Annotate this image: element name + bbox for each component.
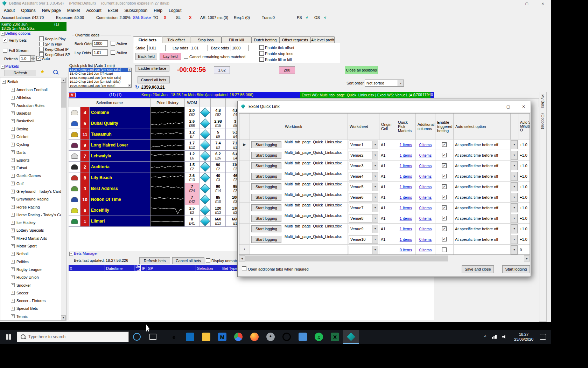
market-search-icon[interactable] xyxy=(53,70,58,74)
start-logging-row-button[interactable]: Start logging xyxy=(251,152,281,159)
gem-cell[interactable] xyxy=(200,129,211,140)
back-price-cell[interactable]: 5 £9 xyxy=(211,129,226,140)
back-field-button[interactable]: Back field xyxy=(135,53,157,60)
enable-triggered-checkbox[interactable] xyxy=(442,142,447,147)
refresh-interval-input[interactable]: 1.0 xyxy=(20,55,31,62)
expand-icon[interactable]: + xyxy=(11,103,15,107)
auto-select-option-cell[interactable]: At specific time before off xyxy=(454,234,511,245)
lay-odds-active-checkbox[interactable] xyxy=(111,50,115,55)
back-price-cell[interactable]: 90 £2 xyxy=(211,162,226,172)
quick-pick-markets-link[interactable]: 1 items xyxy=(400,237,412,241)
minutes-cell[interactable]: +1.0 xyxy=(518,171,530,182)
worksheet-select[interactable]: Venue1 ▼ xyxy=(349,141,378,149)
collapse-markets-icon[interactable]: − xyxy=(1,65,5,69)
favourites-star-icon[interactable]: ★ xyxy=(40,69,45,74)
taskbar-app-icon[interactable]: M xyxy=(214,330,230,344)
volume-icon[interactable] xyxy=(502,335,507,339)
my-bets-side-tab[interactable]: My Bets (Options) xyxy=(539,92,547,322)
tree-item[interactable]: + Horse Racing xyxy=(0,203,66,211)
tree-item[interactable]: + Lottery Specials xyxy=(0,226,66,234)
minutes-cell[interactable]: +1.0 xyxy=(518,224,530,234)
expand-icon[interactable]: + xyxy=(11,88,15,92)
enable-triggered-checkbox[interactable] xyxy=(442,174,447,178)
expand-icon[interactable]: + xyxy=(11,213,15,217)
task-view-button[interactable] xyxy=(145,330,161,344)
expand-icon[interactable]: + xyxy=(11,119,15,123)
cancel-all-bets-manager-button[interactable]: Cancel all bets xyxy=(172,257,204,264)
expand-icon[interactable]: + xyxy=(11,127,15,131)
worksheet-dropdown-icon[interactable]: ▼ xyxy=(372,162,378,170)
auto-select-option-cell[interactable]: At specific time before off xyxy=(454,161,511,171)
maximize-button[interactable]: ▢ xyxy=(519,0,535,7)
additional-columns-link[interactable]: 0 items xyxy=(419,164,432,168)
back-stake-button[interactable]: 1.62 xyxy=(214,66,230,74)
origin-cell[interactable]: A1 xyxy=(379,203,396,213)
tree-item[interactable]: + Gaelic Games xyxy=(0,172,66,179)
ladder-interface-button[interactable]: Ladder interface xyxy=(135,65,169,71)
sort-order-select[interactable]: Not sorted ▼ xyxy=(365,80,404,87)
quick-pick-scroll-down-icon[interactable]: ▼ xyxy=(128,84,131,87)
quick-pick-item[interactable]: 18:25 Kemp 23rd Jun (1m Mdn Stks) xyxy=(69,68,131,72)
taskbar-app-icon[interactable] xyxy=(230,330,246,344)
workbook-cell[interactable]: Multi_tab_page_Quick_Links.xlsx xyxy=(283,234,348,245)
worksheet-dropdown-icon[interactable]: ▼ xyxy=(372,214,378,222)
expand-icon[interactable]: + xyxy=(11,244,15,248)
back-price-cell[interactable]: 660 £13 xyxy=(211,216,226,227)
lay-odds-input[interactable]: 1.01 xyxy=(92,49,108,56)
dialog-minimize-button[interactable]: – xyxy=(485,101,500,112)
worksheet-select[interactable]: Venue6 ▼ xyxy=(349,193,378,202)
worksheet-select[interactable]: Venue9 ▼ xyxy=(349,225,378,233)
display-unmatched-checkbox[interactable] xyxy=(206,258,210,263)
start-button[interactable] xyxy=(0,330,17,344)
expand-icon[interactable]: + xyxy=(11,135,15,138)
start-logging-row-button[interactable]: Start logging xyxy=(251,141,281,148)
bet-mode-tab[interactable]: Tick offset xyxy=(162,36,190,43)
start-logging-row-button[interactable]: Start logging xyxy=(251,194,281,201)
back-price-cell[interactable]: 90 £14 xyxy=(211,183,226,194)
tree-item[interactable]: + Snooker xyxy=(0,281,66,289)
start-logging-row-button[interactable]: Start logging xyxy=(251,183,281,190)
worksheet-dropdown-icon[interactable]: ▼ xyxy=(372,183,378,191)
origin-cell[interactable]: A1 xyxy=(379,161,396,171)
enable-triggered-checkbox[interactable] xyxy=(442,205,447,210)
gem-cell[interactable] xyxy=(200,118,211,129)
scroll-left-icon[interactable]: ◀ xyxy=(239,255,245,261)
cortana-button[interactable] xyxy=(129,330,145,344)
sp-in-play-checkbox[interactable] xyxy=(39,42,44,46)
tree-item[interactable]: + Special Bets xyxy=(0,305,66,312)
taskbar-app-icon[interactable]: e xyxy=(166,330,182,344)
auto-select-option-cell[interactable]: At specific time before off xyxy=(454,150,511,161)
tree-item[interactable]: + Darts xyxy=(0,148,66,156)
expand-icon[interactable]: + xyxy=(11,252,15,256)
tree-item[interactable]: + Soccer xyxy=(0,289,66,297)
quick-pick-markets-link[interactable]: 0 items xyxy=(400,248,412,252)
start-logging-button[interactable]: Start logging xyxy=(502,265,530,273)
start-logging-row-button[interactable]: Start logging xyxy=(251,162,281,169)
tree-item[interactable]: + Athletics xyxy=(0,94,66,101)
auto-select-option-cell[interactable]: At specific time before off xyxy=(454,192,511,203)
markets-refresh-button[interactable]: Refresh xyxy=(5,70,36,76)
start-logging-row-button[interactable]: Start logging xyxy=(251,215,281,222)
dialog-close-button[interactable]: ✕ xyxy=(516,101,531,112)
enable-fill-or-kill-checkbox[interactable] xyxy=(259,57,264,62)
origin-cell[interactable]: A1 xyxy=(379,171,396,182)
worksheet-select[interactable]: Venue10 ▼ xyxy=(349,235,378,244)
worksheet-dropdown-icon[interactable]: ▼ xyxy=(372,151,378,159)
expand-icon[interactable]: + xyxy=(11,291,15,295)
expand-icon[interactable]: + xyxy=(11,314,15,318)
minimize-button[interactable]: – xyxy=(503,0,519,7)
worksheet-dropdown-icon[interactable]: ▼ xyxy=(372,225,378,233)
enable-triggered-checkbox[interactable] xyxy=(442,226,447,231)
gem-cell[interactable] xyxy=(200,107,211,118)
tree-item[interactable]: + Motor Sport xyxy=(0,242,66,250)
workbook-cell[interactable]: Multi_tab_page_Quick_Links.xlsx xyxy=(283,224,348,234)
auto-refresh-checkbox[interactable] xyxy=(36,56,41,61)
minutes-cell[interactable]: +1.0 xyxy=(518,203,530,213)
tree-item[interactable]: + Rugby Union xyxy=(0,273,66,281)
taskbar-clock[interactable]: 18:27 23/06/2020 xyxy=(514,332,533,342)
additional-columns-link[interactable]: 0 items xyxy=(419,153,432,157)
minutes-cell[interactable]: +1.0 xyxy=(518,150,530,161)
start-logging-row-button[interactable]: Start logging xyxy=(251,236,281,243)
minutes-cell[interactable]: +1.0 xyxy=(518,234,530,245)
selection-name[interactable]: Combine xyxy=(90,107,150,118)
